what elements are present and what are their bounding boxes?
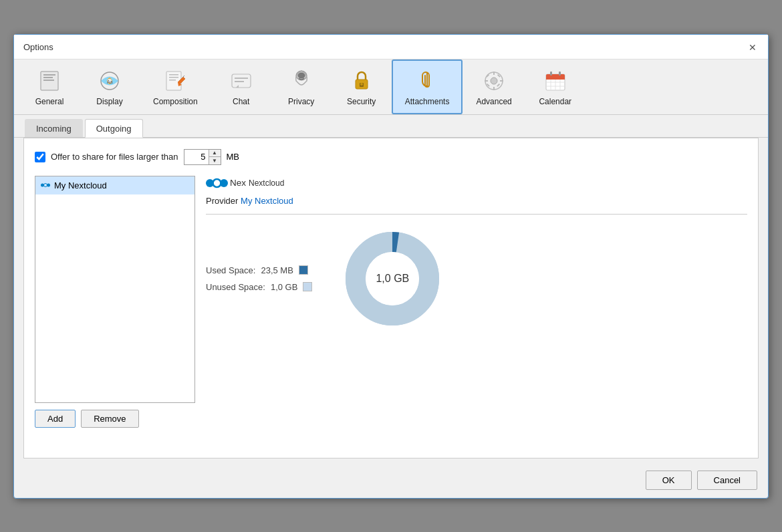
toolbar-item-general[interactable]: General	[19, 59, 80, 114]
left-column: My Nextcloud Add Remove	[35, 176, 195, 428]
toolbar-item-chat[interactable]: Chat	[211, 59, 271, 114]
privacy-icon	[288, 68, 315, 94]
toolbar-item-security[interactable]: Security	[332, 59, 392, 114]
svg-rect-33	[546, 78, 565, 80]
svg-rect-13	[235, 78, 248, 79]
general-label: General	[35, 97, 64, 106]
add-button[interactable]: Add	[35, 410, 76, 428]
general-icon	[36, 68, 63, 94]
provider-name-row: Provider My Nextcloud	[206, 196, 747, 206]
toolbar-item-advanced[interactable]: Advanced	[463, 59, 525, 114]
ok-button[interactable]: OK	[646, 471, 692, 490]
attachments-label: Attachments	[405, 97, 450, 106]
used-space-row: Used Space: 23,5 MB	[206, 265, 312, 275]
stats-area: Used Space: 23,5 MB Unused Space: 1,0 GB	[206, 225, 747, 332]
svg-rect-39	[550, 72, 552, 76]
svg-rect-26	[500, 80, 503, 82]
composition-label: Composition	[153, 97, 198, 106]
svg-point-22	[491, 78, 497, 84]
options-window: Options ✕ General	[13, 34, 769, 499]
offer-row: Offer to share for files larger than 5 ▲…	[35, 149, 747, 165]
footer: OK Cancel	[14, 465, 768, 498]
donut-svg	[339, 225, 446, 332]
unused-space-row: Unused Space: 1,0 GB	[206, 282, 312, 292]
display-label: Display	[96, 97, 122, 106]
svg-text:Nextcloud: Nextcloud	[230, 177, 246, 187]
svg-rect-40	[559, 72, 561, 76]
svg-rect-14	[235, 81, 244, 82]
provider-link[interactable]: My Nextcloud	[241, 196, 293, 206]
spinbox-arrows: ▲ ▼	[209, 150, 221, 164]
used-space-value: 23,5 MB	[261, 265, 293, 275]
provider-list[interactable]: My Nextcloud	[35, 176, 195, 403]
svg-rect-10	[169, 80, 176, 81]
security-label: Security	[347, 97, 376, 106]
close-button[interactable]: ✕	[745, 40, 760, 55]
svg-text:Nextcloud: Nextcloud	[249, 178, 284, 188]
used-swatch	[299, 265, 308, 275]
security-icon	[348, 68, 375, 94]
divider	[206, 214, 747, 215]
unused-swatch	[303, 282, 312, 291]
nextcloud-list-icon	[41, 182, 50, 188]
right-column: Nextcloud Nextcloud	[206, 176, 747, 428]
svg-rect-25	[485, 80, 488, 82]
toolbar-item-display[interactable]: Aa Display	[80, 59, 140, 114]
nextcloud-circles: Nextcloud Nextcloud	[206, 176, 302, 190]
used-space-label: Used Space:	[206, 265, 255, 275]
display-icon: Aa	[96, 68, 123, 94]
provider-label: Provider	[206, 196, 238, 206]
provider-list-item[interactable]: My Nextcloud	[35, 176, 194, 194]
advanced-icon	[481, 68, 507, 94]
calendar-icon	[542, 68, 569, 94]
privacy-label: Privacy	[288, 97, 314, 106]
spinbox-down-button[interactable]: ▼	[209, 157, 221, 164]
advanced-label: Advanced	[476, 97, 511, 106]
svg-rect-8	[169, 74, 178, 76]
chat-label: Chat	[233, 97, 249, 106]
toolbar-item-privacy[interactable]: Privacy	[271, 59, 332, 114]
svg-rect-9	[169, 77, 178, 78]
svg-rect-23	[493, 72, 495, 75]
svg-rect-28	[497, 83, 500, 86]
toolbar-item-calendar[interactable]: Calendar	[525, 59, 585, 114]
tab-incoming[interactable]: Incoming	[25, 119, 83, 137]
donut-chart: 1,0 GB	[339, 225, 446, 332]
svg-point-55	[366, 252, 419, 305]
window-title: Options	[23, 42, 53, 52]
svg-rect-3	[43, 80, 54, 81]
provider-buttons: Add Remove	[35, 410, 195, 428]
svg-rect-24	[493, 87, 495, 90]
provider-list-item-label: My Nextcloud	[54, 180, 107, 190]
svg-rect-2	[43, 77, 53, 78]
spinbox-up-button[interactable]: ▲	[209, 150, 221, 158]
title-bar: Options ✕	[14, 35, 768, 59]
tab-outgoing[interactable]: Outgoing	[85, 119, 143, 138]
offer-checkbox[interactable]	[35, 152, 45, 162]
svg-point-43	[47, 184, 50, 187]
offer-label: Offer to share for files larger than	[51, 152, 178, 162]
attachments-icon	[414, 68, 440, 94]
size-input[interactable]: 5	[184, 150, 209, 164]
unused-space-value: 1,0 GB	[271, 282, 297, 292]
nextcloud-logo: Nextcloud Nextcloud	[206, 176, 747, 190]
cancel-button[interactable]: Cancel	[697, 471, 757, 490]
unused-space-label: Unused Space:	[206, 282, 265, 292]
svg-point-20	[360, 83, 363, 86]
toolbar: General Aa Display	[14, 59, 768, 115]
svg-point-42	[44, 184, 47, 187]
svg-rect-1	[43, 74, 55, 76]
toolbar-item-attachments[interactable]: Attachments	[392, 59, 463, 114]
calendar-label: Calendar	[539, 97, 571, 106]
toolbar-item-composition[interactable]: Composition	[140, 59, 211, 114]
size-unit: MB	[227, 152, 240, 162]
main-content: Offer to share for files larger than 5 ▲…	[23, 138, 759, 458]
size-spinbox[interactable]: 5 ▲ ▼	[184, 149, 221, 165]
composition-icon	[162, 68, 188, 94]
remove-button[interactable]: Remove	[81, 410, 138, 428]
svg-point-17	[298, 73, 305, 78]
chat-icon	[228, 68, 255, 94]
two-col-layout: My Nextcloud Add Remove	[35, 176, 747, 428]
svg-text:Aa: Aa	[107, 80, 113, 84]
svg-point-46	[220, 179, 228, 187]
